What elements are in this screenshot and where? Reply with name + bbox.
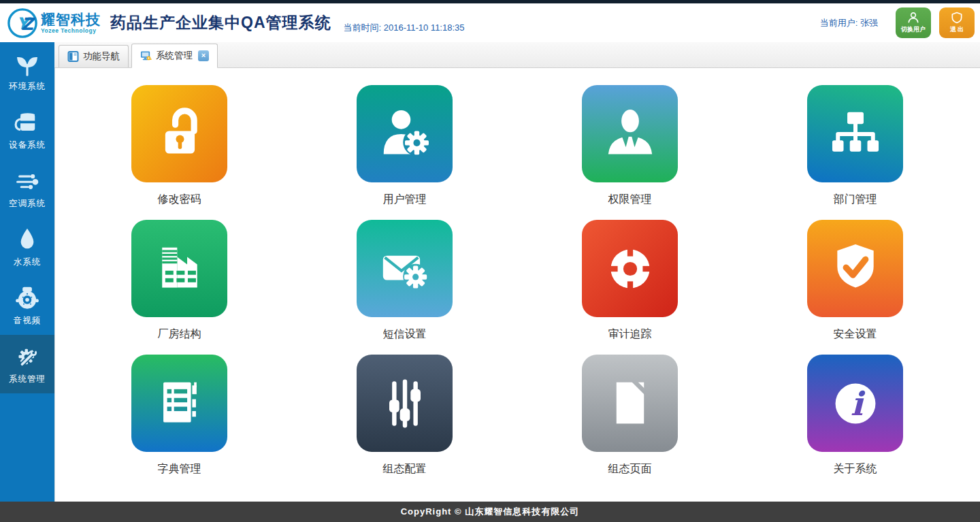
water-drop-icon (14, 226, 41, 253)
header: Y Z 耀智科技 Yozee Technology 药品生产企业集中QA管理系统… (0, 3, 980, 42)
tab-function-nav[interactable]: 功能导航 (59, 45, 129, 67)
close-tab-icon[interactable]: × (198, 50, 209, 61)
plant-icon (14, 50, 41, 78)
footer-copyright: CopyRight © 山东耀智信息科技有限公司 (0, 502, 980, 522)
sidebar-item-label: 水系统 (14, 257, 42, 268)
tab-system-management[interactable]: 系统管理 × (131, 44, 218, 68)
logo-name-en: Yozee Technology (41, 28, 101, 34)
tile-label: 组态页面 (608, 462, 652, 476)
app-tile-2[interactable] (357, 85, 453, 182)
app-tile-8[interactable] (807, 220, 903, 317)
tile-label: 短信设置 (383, 327, 427, 342)
app-tile-3[interactable] (582, 85, 678, 182)
main-content: 修改密码 用户管理 权限管理 部门管理 厂房结构 短信设置 审计追踪 安全设置 … (54, 68, 980, 502)
app-tile-12[interactable]: i (807, 355, 903, 452)
nav-panel-icon (67, 51, 79, 62)
app-tile-1[interactable] (131, 85, 227, 182)
tab-bar: 功能导航 系统管理 × (54, 42, 980, 68)
factory-icon (148, 238, 211, 300)
unlock-icon (148, 103, 211, 165)
app-tile-10[interactable] (357, 355, 453, 452)
app-tile-9[interactable] (131, 355, 227, 452)
logout-button[interactable]: 退 出 (939, 7, 975, 38)
tile-label: 厂房结构 (158, 327, 201, 342)
person-outline-icon (906, 11, 920, 25)
tile-label: 安全设置 (834, 327, 877, 342)
sidebar-item-2[interactable]: 设备系统 (0, 101, 54, 159)
sidebar-item-4[interactable]: 水系统 (0, 218, 54, 276)
business-person-icon (599, 103, 662, 165)
tile-grid: 修改密码 用户管理 权限管理 部门管理 厂房结构 短信设置 审计追踪 安全设置 … (55, 68, 980, 489)
dictionary-icon (148, 372, 211, 435)
tab-label: 系统管理 (156, 50, 193, 62)
app-tile-6[interactable] (357, 220, 453, 317)
app-tile-4[interactable] (807, 85, 903, 182)
target-icon (599, 238, 662, 300)
message-gear-icon (374, 238, 436, 300)
sidebar-item-label: 系统管理 (9, 374, 46, 385)
gear-wrench-icon (14, 343, 41, 370)
company-logo: Y Z 耀智科技 Yozee Technology (7, 7, 101, 39)
org-chart-icon (824, 103, 887, 165)
tile-label: 组态配置 (383, 462, 427, 476)
av-camera-icon (14, 284, 41, 312)
tab-label: 功能导航 (83, 50, 120, 63)
sidebar-item-label: 环境系统 (9, 81, 46, 93)
tile-label: 部门管理 (834, 193, 877, 207)
tile-label: 修改密码 (158, 193, 201, 207)
sidebar-item-label: 音视频 (14, 315, 42, 327)
tile-label: 权限管理 (608, 193, 652, 207)
tile-label: 用户管理 (383, 193, 427, 207)
sidebar: 环境系统 设备系统 空调系统 水系统 音视频 系统管理 (0, 42, 54, 502)
current-time: 当前时间: 2016-11-10 11:18:35 (344, 22, 465, 42)
page-title: 药品生产企业集中QA管理系统 (110, 12, 331, 33)
sidebar-item-label: 空调系统 (9, 198, 46, 210)
sidebar-item-5[interactable]: 音视频 (0, 276, 54, 335)
current-user: 当前用户: 张强 (820, 17, 878, 29)
user-gear-icon (374, 103, 436, 165)
tile-label: 审计追踪 (608, 327, 652, 342)
page-icon (599, 372, 662, 435)
logo-mark-icon: Y Z (7, 7, 38, 39)
tile-label: 关于系统 (834, 462, 877, 476)
equipment-icon (14, 109, 41, 136)
shield-outline-icon (950, 11, 964, 25)
app-tile-5[interactable] (131, 220, 227, 317)
app-window: Y Z 耀智科技 Yozee Technology 药品生产企业集中QA管理系统… (0, 0, 980, 522)
sliders-icon (374, 372, 436, 435)
sidebar-item-6[interactable]: 系统管理 (0, 335, 54, 393)
logo-name-cn: 耀智科技 (41, 12, 101, 27)
hvac-wind-icon (14, 167, 41, 195)
switch-user-button[interactable]: 切换用户 (896, 7, 931, 38)
sidebar-item-3[interactable]: 空调系统 (0, 159, 54, 218)
app-tile-11[interactable] (582, 355, 678, 452)
tile-label: 字典管理 (158, 462, 201, 476)
sidebar-item-1[interactable]: 环境系统 (0, 42, 54, 101)
info-icon: i (824, 372, 887, 435)
monitor-key-icon (140, 50, 152, 61)
app-tile-7[interactable] (582, 220, 678, 317)
sidebar-item-label: 设备系统 (9, 140, 46, 151)
shield-check-icon (824, 238, 887, 300)
